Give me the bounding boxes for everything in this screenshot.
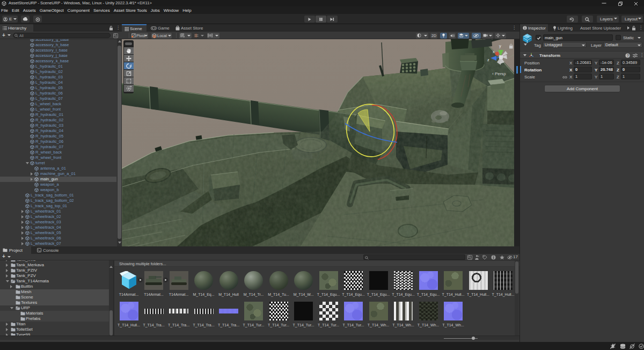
svg-text:y: y (499, 43, 501, 48)
svg-text:‹ Persp: ‹ Persp (492, 71, 506, 76)
svg-text:?: ? (627, 54, 629, 57)
svg-text:z: z (487, 57, 489, 62)
svg-text:x: x (493, 49, 495, 54)
